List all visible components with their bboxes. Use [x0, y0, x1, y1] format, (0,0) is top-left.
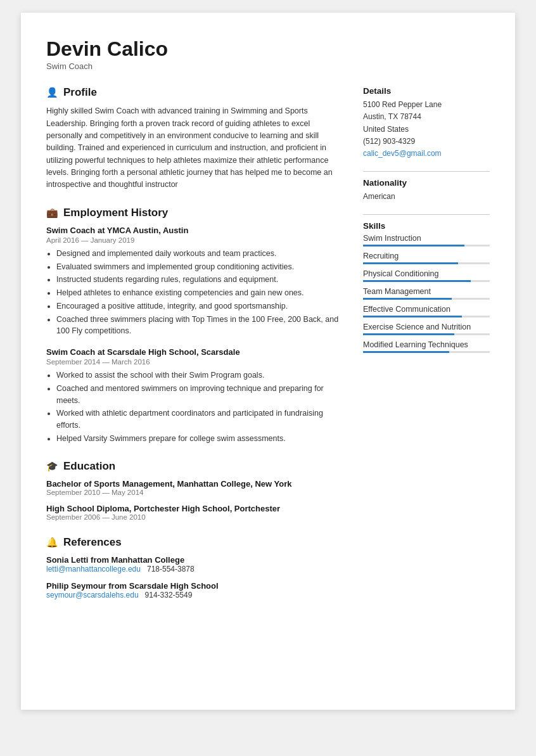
list-item: Coached and mentored swimmers on improvi… [56, 383, 344, 407]
candidate-job-title: Swim Coach [46, 61, 490, 71]
profile-icon: 👤 [46, 87, 58, 98]
nationality-section: Nationality American [363, 178, 490, 203]
list-item: Encouraged a positive attitude, integrit… [56, 300, 344, 312]
job-bullet-list: Worked to assist the school with their S… [46, 369, 344, 445]
ref-contact: seymour@scarsdalehs.edu914-332-5549 [46, 591, 344, 599]
left-column: 👤 Profile Highly skilled Swim Coach with… [46, 86, 344, 614]
skill-bar-fill [363, 316, 462, 317]
ref-entry: Philip Seymour from Scarsdale High Schoo… [46, 581, 344, 599]
employment-icon: 💼 [46, 207, 58, 219]
list-item: Evaluated swimmers and implemented group… [56, 261, 344, 273]
nationality-heading: Nationality [363, 178, 490, 188]
skill-item: Team Management [363, 287, 490, 300]
skill-bar-fill [363, 351, 449, 353]
list-item: Coached three swimmers placing with Top … [56, 314, 344, 338]
details-heading: Details [363, 86, 490, 96]
skill-item: Recruiting [363, 252, 490, 264]
edu-entries-container: Bachelor of Sports Management, Manhattan… [46, 479, 344, 521]
ref-entry: Sonia Letti from Manhattan Collegeletti@… [46, 555, 344, 573]
details-address: 5100 Red Pepper Lane Austin, TX 78744 Un… [363, 99, 490, 160]
details-section: Details 5100 Red Pepper Lane Austin, TX … [363, 86, 490, 160]
main-content: 👤 Profile Highly skilled Swim Coach with… [46, 86, 490, 614]
references-icon: 🔔 [46, 537, 58, 548]
profile-section: 👤 Profile Highly skilled Swim Coach with… [46, 86, 344, 191]
edu-dates: September 2010 — May 2014 [46, 489, 344, 496]
job-title-entry: Swim Coach at YMCA Austin, Austin [46, 226, 344, 235]
job-dates: April 2016 — January 2019 [46, 236, 344, 244]
details-email-link[interactable]: calic_dev5@gmail.com [363, 149, 442, 158]
references-section: 🔔 References Sonia Letti from Manhattan … [46, 536, 344, 599]
skill-bar-container [363, 351, 490, 353]
skills-heading: Skills [363, 221, 490, 231]
references-title: 🔔 References [46, 536, 344, 549]
skills-section: Skills Swim InstructionRecruitingPhysica… [363, 221, 490, 353]
job-title-entry: Swim Coach at Scarsdale High School, Sca… [46, 347, 344, 357]
job-entry: Swim Coach at Scarsdale High School, Sca… [46, 347, 344, 445]
skill-item: Modified Learning Techniques [363, 340, 490, 353]
ref-name: Sonia Letti from Manhattan College [46, 555, 344, 565]
skill-bar-container [363, 280, 490, 282]
skill-name: Recruiting [363, 252, 490, 260]
skill-bar-container [363, 298, 490, 300]
skill-name: Physical Conditioning [363, 269, 490, 278]
employment-section: 💼 Employment History Swim Coach at YMCA … [46, 207, 344, 445]
list-item: Helped athletes to enhance existing comp… [56, 287, 344, 299]
resume-container: Devin Calico Swim Coach 👤 Profile Highly… [21, 13, 515, 710]
skill-bar-container [363, 333, 490, 335]
skill-bar-fill [363, 280, 471, 282]
job-dates: September 2014 — March 2016 [46, 358, 344, 366]
education-section: 🎓 Education Bachelor of Sports Managemen… [46, 460, 344, 521]
skill-bar-fill [363, 245, 464, 247]
skill-item: Swim Instruction [363, 234, 490, 247]
profile-title: 👤 Profile [46, 86, 344, 99]
education-title: 🎓 Education [46, 460, 344, 473]
list-item: Helped Varsity Swimmers prepare for coll… [56, 433, 344, 445]
right-column: Details 5100 Red Pepper Lane Austin, TX … [363, 86, 490, 614]
edu-entry: High School Diploma, Portchester High Sc… [46, 504, 344, 521]
skill-name: Modified Learning Techniques [363, 340, 490, 349]
skill-bar-container [363, 245, 490, 247]
employment-title: 💼 Employment History [46, 207, 344, 219]
job-bullet-list: Designed and implemented daily workouts … [46, 248, 344, 337]
divider-1 [363, 171, 490, 172]
skills-list: Swim InstructionRecruitingPhysical Condi… [363, 234, 490, 353]
ref-phone: 914-332-5549 [145, 591, 193, 599]
skill-item: Exercise Science and Nutrition [363, 323, 490, 335]
skill-name: Exercise Science and Nutrition [363, 323, 490, 331]
ref-phone: 718-554-3878 [147, 565, 195, 573]
skill-name: Swim Instruction [363, 234, 490, 243]
list-item: Designed and implemented daily workouts … [56, 248, 344, 260]
skill-item: Effective Communication [363, 305, 490, 317]
candidate-name: Devin Calico [46, 38, 490, 60]
skill-bar-fill [363, 298, 452, 300]
header-section: Devin Calico Swim Coach [46, 38, 490, 71]
list-item: Worked to assist the school with their S… [56, 369, 344, 381]
skill-bar-fill [363, 262, 458, 264]
ref-email-link[interactable]: seymour@scarsdalehs.edu [46, 591, 139, 599]
ref-email-link[interactable]: letti@manhattancollege.edu [46, 565, 141, 573]
skill-item: Physical Conditioning [363, 269, 490, 282]
list-item: Worked with athletic department coordina… [56, 407, 344, 432]
edu-title: High School Diploma, Portchester High Sc… [46, 504, 344, 513]
skill-name: Effective Communication [363, 305, 490, 314]
profile-text: Highly skilled Swim Coach with advanced … [46, 105, 344, 191]
ref-contact: letti@manhattancollege.edu718-554-3878 [46, 565, 344, 573]
ref-entries-container: Sonia Letti from Manhattan Collegeletti@… [46, 555, 344, 599]
ref-name: Philip Seymour from Scarsdale High Schoo… [46, 581, 344, 591]
divider-2 [363, 214, 490, 215]
list-item: Instructed students regarding rules, reg… [56, 274, 344, 286]
edu-title: Bachelor of Sports Management, Manhattan… [46, 479, 344, 489]
job-entry: Swim Coach at YMCA Austin, AustinApril 2… [46, 226, 344, 337]
edu-dates: September 2006 — June 2010 [46, 513, 344, 521]
nationality-value: American [363, 191, 490, 203]
skill-bar-container [363, 262, 490, 264]
skill-name: Team Management [363, 287, 490, 296]
skill-bar-container [363, 316, 490, 317]
job-entries: Swim Coach at YMCA Austin, AustinApril 2… [46, 226, 344, 445]
skill-bar-fill [363, 333, 454, 335]
education-icon: 🎓 [46, 461, 58, 472]
edu-entry: Bachelor of Sports Management, Manhattan… [46, 479, 344, 496]
